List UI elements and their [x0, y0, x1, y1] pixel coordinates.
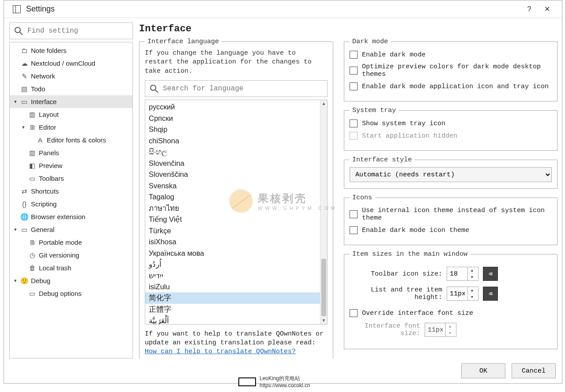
tree-item-label: Note folders — [31, 47, 67, 54]
page-title: Interface — [139, 23, 557, 34]
checkbox-icon[interactable] — [350, 226, 358, 234]
language-item[interactable]: ภาษาไทย — [145, 202, 320, 214]
language-item[interactable]: Tagalog — [145, 191, 320, 203]
language-item[interactable]: isiXhosa — [145, 236, 320, 248]
enable-darkmode-icon[interactable]: Enable dark mode application icon and tr… — [350, 82, 552, 90]
spin-up-icon[interactable]: ▲ — [468, 267, 476, 274]
tree-item-layout[interactable]: ▥Layout — [10, 108, 132, 121]
tree-item-debug[interactable]: ▾🙂Debug — [10, 274, 132, 287]
search-icon — [149, 83, 159, 94]
tree-item-portable[interactable]: 🗎Portable mode — [10, 236, 132, 249]
close-button[interactable]: ✕ — [538, 3, 556, 15]
spin-down-icon[interactable]: ▼ — [468, 274, 476, 280]
spin-down-icon[interactable]: ▼ — [468, 294, 476, 300]
language-item[interactable]: اُردُو — [145, 259, 320, 270]
twisty-icon[interactable]: ▾ — [11, 99, 19, 105]
checkbox-icon[interactable] — [350, 82, 358, 90]
ok-button[interactable]: OK — [461, 363, 505, 378]
language-item[interactable]: Slovenčina — [145, 157, 320, 169]
checkbox-icon[interactable] — [350, 309, 358, 317]
twisty-icon[interactable]: ▾ — [11, 278, 19, 284]
internal-icon-theme[interactable]: Use internal icon theme instead of syste… — [350, 207, 552, 222]
checkbox-icon[interactable] — [350, 51, 358, 59]
list-height-spin[interactable]: ▲▼ — [447, 287, 478, 301]
tree-item-editor[interactable]: ▾🗎Editor — [10, 121, 132, 134]
settings-tree[interactable]: 🗀Note folders☁Nextcloud / ownCloud✎Netwo… — [9, 42, 133, 358]
tree-item-label: Portable mode — [39, 239, 82, 246]
folder-icon: 🗀 — [19, 47, 29, 54]
language-item[interactable]: 简化字 — [145, 292, 320, 304]
language-item[interactable]: isiZulu — [145, 281, 320, 293]
tree-item-todo[interactable]: ▤Todo — [10, 82, 132, 95]
tree-item-nextcloud[interactable]: ☁Nextcloud / ownCloud — [10, 57, 132, 70]
tree-item-interface[interactable]: ▾▭Interface — [10, 95, 132, 108]
tree-item-label: Local trash — [39, 264, 71, 272]
panel-icon: ▭ — [19, 226, 29, 234]
language-item[interactable]: اَلْعَرَبِيَّة — [145, 315, 320, 324]
twisty-icon[interactable]: ▾ — [19, 124, 27, 130]
settings-search[interactable] — [9, 22, 133, 39]
scroll-up-icon[interactable]: ▲ — [320, 100, 327, 107]
tree-item-git[interactable]: ◷Git versioning — [10, 249, 132, 261]
language-item[interactable]: Українська мова — [145, 247, 320, 259]
language-item[interactable]: Српски — [145, 112, 320, 124]
language-list[interactable]: русскийСрпскиShqipchiShonaසිංහලSlovenčin… — [145, 100, 328, 325]
tree-item-toolbars[interactable]: ▭Toolbars — [10, 172, 132, 185]
cancel-button[interactable]: Cancel — [512, 363, 556, 378]
dark-icon-theme[interactable]: Enable dark mode icon theme — [350, 226, 552, 234]
list-height-input[interactable] — [447, 287, 467, 300]
language-item[interactable]: Shqip — [145, 124, 320, 135]
checkbox-icon[interactable] — [350, 67, 358, 75]
scroll-down-icon[interactable]: ▼ — [320, 317, 327, 324]
tree-item-label: Editor fonts & colors — [47, 136, 106, 144]
toolbar-size-input[interactable] — [447, 267, 467, 280]
toolbar-size-spin[interactable]: ▲▼ — [447, 267, 478, 281]
show-tray-icon[interactable]: Show system tray icon — [350, 119, 552, 127]
override-font-size[interactable]: Override interface font size — [350, 309, 552, 317]
language-item[interactable]: Slovenščina — [145, 169, 320, 180]
interface-style-select[interactable]: Automatic (needs restart) — [350, 167, 552, 182]
language-scrollbar[interactable]: ▲ ▼ — [320, 100, 327, 324]
bottom-credit: LeoKing的充电站 https://www.cocokl.cn — [238, 375, 310, 388]
language-item[interactable]: Tiếng Việt — [145, 214, 320, 225]
language-item[interactable]: русский — [145, 101, 320, 113]
tree-item-editor-fonts[interactable]: AEditor fonts & colors — [10, 134, 132, 146]
sizes-group: Item sizes in the main window Toolbar ic… — [344, 250, 557, 349]
spin-up-icon[interactable]: ▲ — [468, 287, 476, 294]
tree-item-network[interactable]: ✎Network — [10, 70, 132, 82]
language-item[interactable]: Svenska — [145, 180, 320, 191]
scroll-thumb[interactable] — [321, 259, 326, 316]
language-item[interactable]: සිංහල — [145, 146, 320, 158]
spin-up-icon: ▲ — [446, 323, 454, 330]
tree-item-preview[interactable]: ◧Preview — [10, 159, 132, 172]
enable-darkmode[interactable]: Enable dark mode — [350, 51, 552, 59]
tree-item-scripting[interactable]: {}Scripting — [10, 198, 132, 210]
language-item[interactable]: 正體字 — [145, 304, 320, 315]
language-search[interactable] — [145, 80, 328, 97]
translate-link[interactable]: How can I help to translate QOwnNotes? — [145, 348, 296, 355]
optimize-preview-darkmode[interactable]: Optimize preview colors for dark mode de… — [350, 63, 552, 78]
language-item[interactable]: Türkçe — [145, 225, 320, 236]
cloud-icon: ☁ — [19, 60, 29, 67]
tree-item-trash[interactable]: 🗑Local trash — [10, 261, 132, 274]
settings-search-input[interactable] — [27, 27, 129, 35]
tree-item-general[interactable]: ▾▭General — [10, 223, 132, 236]
language-search-input[interactable] — [163, 85, 324, 93]
language-item[interactable]: ייִדיש — [145, 270, 320, 281]
tree-item-browser-ext[interactable]: 🌐Browser extension — [10, 210, 132, 223]
tree-item-note-folders[interactable]: 🗀Note folders — [10, 44, 132, 57]
tree-item-panels[interactable]: ▥Panels — [10, 146, 132, 159]
tree-item-shortcuts[interactable]: ⇄Shortcuts — [10, 185, 132, 198]
shortcut-icon: ⇄ — [19, 187, 29, 195]
icons-group: Icons Use internal icon theme instead of… — [344, 194, 557, 245]
checkbox-icon[interactable] — [350, 119, 358, 127]
font-icon: A — [35, 136, 45, 144]
tree-item-debug-options[interactable]: ▭Debug options — [10, 287, 132, 300]
toolbar-size-reset[interactable]: ⌫ — [483, 267, 498, 281]
list-height-reset[interactable]: ⌫ — [483, 287, 498, 301]
help-button[interactable]: ? — [520, 3, 538, 15]
twisty-icon[interactable]: ▾ — [11, 227, 19, 232]
checkbox-icon[interactable] — [350, 210, 358, 218]
language-item[interactable]: chiShona — [145, 135, 320, 146]
pen-icon: ✎ — [19, 72, 29, 80]
